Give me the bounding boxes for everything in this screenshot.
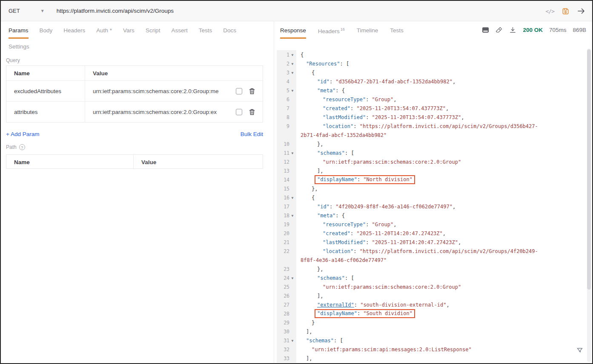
fold-caret-icon[interactable]: ▼ xyxy=(289,195,295,200)
tab-body[interactable]: Body xyxy=(40,27,53,39)
response-line: 27"externalId": "south-division-external… xyxy=(277,300,592,309)
response-line: 23}, xyxy=(277,264,592,273)
filter-response-icon[interactable] xyxy=(576,347,583,354)
tab-settings[interactable]: Settings xyxy=(9,43,29,50)
tab-tests[interactable]: Tests xyxy=(390,27,404,39)
add-param-button[interactable]: + Add Param xyxy=(6,131,39,137)
help-icon[interactable]: ? xyxy=(19,144,25,150)
send-arrow-icon[interactable] xyxy=(577,7,585,15)
fold-caret-icon xyxy=(289,358,295,359)
fold-caret-icon[interactable]: ▼ xyxy=(289,338,295,343)
query-section-label: Query xyxy=(6,57,20,63)
fold-caret-icon[interactable]: ▼ xyxy=(289,61,295,66)
code-snippet-icon[interactable]: </> xyxy=(546,8,554,14)
line-number: 31 xyxy=(277,338,289,344)
fold-caret-icon[interactable]: ▼ xyxy=(289,88,295,93)
chevron-down-icon[interactable]: ▼ xyxy=(40,9,45,13)
tab-timeline[interactable]: Timeline xyxy=(357,27,378,39)
tab-headers[interactable]: Headers16 xyxy=(318,27,345,39)
download-response-icon[interactable] xyxy=(509,26,516,34)
request-tabs: ParamsBodyHeadersAuth *VarsScriptAssertT… xyxy=(9,27,236,39)
tab-tests[interactable]: Tests xyxy=(199,27,212,39)
tab-vars[interactable]: Vars xyxy=(123,27,135,39)
param-name[interactable]: attributes xyxy=(6,109,85,115)
response-line: 29} xyxy=(277,318,592,327)
save-icon[interactable] xyxy=(561,7,570,15)
path-table-header: Name Value xyxy=(6,155,263,169)
trash-icon[interactable] xyxy=(249,88,255,95)
response-line: 26], xyxy=(277,291,592,300)
response-line: 15}, xyxy=(277,184,592,193)
param-name[interactable]: excludedAttributes xyxy=(6,88,85,94)
fold-caret-icon[interactable]: ▼ xyxy=(289,151,295,155)
fold-caret-icon xyxy=(289,117,295,118)
response-line: 21"lastModified": "2025-11-20T14:20:47.2… xyxy=(277,238,592,247)
fold-caret-icon xyxy=(289,162,295,162)
param-enabled-checkbox[interactable] xyxy=(236,88,242,94)
param-value[interactable]: urn:ietf:params:scim:schemas:core:2.0:Gr… xyxy=(85,102,228,122)
fold-caret-icon[interactable]: ▼ xyxy=(289,70,295,75)
method-select[interactable]: GET xyxy=(9,8,20,14)
tab-auth[interactable]: Auth * xyxy=(96,27,112,39)
column-value: Value xyxy=(133,155,264,169)
fold-caret-icon xyxy=(289,135,295,136)
tab-response[interactable]: Response xyxy=(280,27,306,39)
path-params-table: Name Value xyxy=(6,154,263,169)
scrollbar-thumb[interactable] xyxy=(587,49,591,290)
tab-headers[interactable]: Headers xyxy=(63,27,85,39)
line-number: 24 xyxy=(277,275,289,281)
tab-docs[interactable]: Docs xyxy=(223,27,236,39)
response-line: 2b71-4fad-abcf-1352da4bb982" xyxy=(277,131,592,139)
response-line: 22"location": "https://platform.invicti.… xyxy=(277,247,592,256)
response-line: 33], xyxy=(277,354,592,363)
response-line: 1▼{ xyxy=(277,50,592,59)
response-line: 5▼"meta": { xyxy=(277,86,592,95)
fold-caret-icon xyxy=(289,126,295,127)
fold-caret-icon xyxy=(289,224,295,225)
fold-caret-icon xyxy=(289,188,295,189)
line-number: 12 xyxy=(277,159,289,165)
url-input[interactable]: https://platform.invicti.com/api/scim/v2… xyxy=(57,8,174,14)
response-line: 9"location": "https://platform.invicti.c… xyxy=(277,122,592,131)
column-value: Value xyxy=(85,66,228,80)
fold-caret-icon xyxy=(289,349,295,350)
response-line: 14"displayName": "North division" xyxy=(277,175,592,184)
line-number: 22 xyxy=(277,248,289,254)
line-number: 27 xyxy=(277,302,289,308)
fold-caret-icon xyxy=(289,81,295,82)
line-number: 5 xyxy=(277,88,289,94)
fold-caret-icon[interactable]: ▼ xyxy=(289,213,295,218)
line-number: 9 xyxy=(277,123,289,129)
tab-assert[interactable]: Assert xyxy=(171,27,187,39)
line-number: 16 xyxy=(277,195,289,201)
response-line: 13], xyxy=(277,166,592,175)
tab-params[interactable]: Params xyxy=(9,27,29,39)
response-line: 24▼"schemas": [ xyxy=(277,273,592,282)
highlight-box: "displayName": "South dividion" xyxy=(315,309,415,318)
param-value[interactable]: urn:ietf:params:scim:schemas:core:2.0:Gr… xyxy=(85,81,228,101)
fold-caret-icon xyxy=(289,269,295,270)
fold-caret-icon[interactable]: ▼ xyxy=(289,276,295,280)
fold-caret-icon xyxy=(289,179,295,180)
response-time: 705ms xyxy=(549,27,567,33)
response-line: 10}, xyxy=(277,139,592,148)
response-line: 3▼{ xyxy=(277,68,592,77)
fold-caret-icon xyxy=(289,304,295,305)
clear-response-icon[interactable] xyxy=(496,26,503,34)
preview-pane-icon[interactable] xyxy=(482,27,489,33)
line-number: 4 xyxy=(277,79,289,85)
param-enabled-checkbox[interactable] xyxy=(236,109,242,115)
response-scrollbar[interactable] xyxy=(587,48,591,362)
response-line: 2▼"Resources": [ xyxy=(277,59,592,68)
response-size: 869B xyxy=(573,27,586,33)
trash-icon[interactable] xyxy=(249,108,255,116)
line-number: 8 xyxy=(277,114,289,120)
line-number: 20 xyxy=(277,230,289,236)
fold-caret-icon xyxy=(289,296,295,296)
line-number: 17 xyxy=(277,204,289,210)
tab-script[interactable]: Script xyxy=(146,27,160,39)
bulk-edit-button[interactable]: Bulk Edit xyxy=(241,131,263,137)
fold-caret-icon[interactable]: ▼ xyxy=(289,52,295,57)
line-number: 19 xyxy=(277,222,289,228)
response-tabs: ResponseHeaders16TimelineTests xyxy=(280,27,404,39)
